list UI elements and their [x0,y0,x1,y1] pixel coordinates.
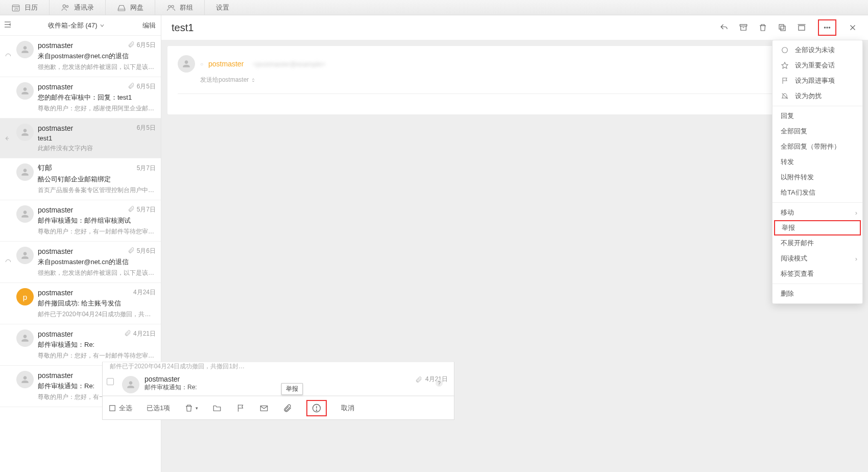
mail-date: 4月24日 [133,288,156,297]
menu-read-mode[interactable]: 阅读模式› [773,251,862,266]
mail-sender: postmaster [38,83,73,91]
attachment-icon [128,205,135,214]
menu-forward[interactable]: 转发 [773,154,862,170]
mail-preview: 尊敬的用户：您好，有一封邮件等待您审核。 [38,227,156,236]
menu-no-expand[interactable]: 不展开邮件 [773,235,862,251]
menu-reply[interactable]: 回复 [773,108,862,124]
nav-calendar[interactable]: 25 日历 [0,0,50,15]
from-address-blurred: <postmaster@example> [253,60,325,68]
nav-disk[interactable]: 网盘 [106,0,155,15]
svg-point-17 [824,27,825,28]
mail-item[interactable]: ppostmaster4月24日邮件撤回成功: 给主账号发信邮件已于2020年0… [0,283,161,324]
attachment-icon [128,41,135,50]
svg-point-19 [829,27,830,28]
fullscreen-icon[interactable] [797,22,807,33]
svg-rect-11 [740,25,747,26]
menu-write-to[interactable]: 给TA们发信 [773,185,862,200]
overlay-mail-row[interactable]: postmaster 邮件审核通知：Re: 4月21日 [103,372,454,396]
avatar [16,163,34,181]
mail-sender: 钉邮 [38,163,52,173]
toolbar-flag-icon[interactable] [236,404,245,413]
mail-preview: 首页产品服务备案专区管理控制台用户中心帮助… [38,186,156,195]
mail-subject: 您的邮件在审核中：回复：test1 [38,93,156,102]
mail-item[interactable]: postmaster5月6日来自postmaster@net.cn的退信很抱歉，… [0,242,161,283]
mail-date: 6月5日 [137,82,156,91]
toolbar-report-button[interactable] [306,400,327,416]
mail-preview: 很抱歉，您发送的邮件被退回，以下是该邮件的… [38,269,156,277]
reply-icon[interactable] [719,22,729,33]
cancel-button[interactable]: 取消 [341,404,354,413]
mail-item[interactable]: postmaster6月5日来自postmaster@net.cn的退信很抱歉，… [0,36,161,77]
mail-subject: 邮件审核通知：邮件组审核测试 [38,216,156,225]
menu-delete[interactable]: 删除 [773,286,862,301]
reader-subject: test1 [172,22,719,34]
mail-sender: postmaster [38,41,73,50]
menu-mark-important[interactable]: 设为重要会话 [773,58,862,73]
mail-status-icon [4,247,12,277]
recipients-row[interactable]: 发送给postmaster [200,76,852,84]
mail-sender: postmaster [38,289,73,297]
more-button[interactable] [818,19,836,36]
close-icon[interactable] [848,22,858,33]
nav-contacts[interactable]: 通讯录 [50,0,106,15]
svg-rect-5 [118,9,125,11]
mail-preview: 邮件已于2020年04月24日成功撤回，共撤回1封… [38,310,156,319]
folder-title[interactable]: 收件箱-全部 (47) [15,21,137,30]
mail-from-row: ○ postmaster <postmaster@example> [178,55,852,73]
nav-contacts-label: 通讯录 [74,3,94,12]
menu-report[interactable]: 举报 [774,220,861,235]
mail-subject: test1 [38,134,156,142]
toolbar-folder-icon[interactable] [212,404,222,413]
menu-move[interactable]: 移动› [773,205,862,220]
chevron-updown-icon [251,78,256,83]
svg-text:25: 25 [14,7,18,10]
mail-item[interactable]: 钉邮5月7日酷公司钉邮企业邮箱绑定首页产品服务备案专区管理控制台用户中心帮助… [0,158,161,200]
selection-overlay: 邮件已于2020年04月24日成功撤回，共撤回1封… postmaster 邮件… [102,362,454,420]
overlay-subject: 邮件审核通知：Re: [144,383,415,392]
toolbar-mail-icon[interactable] [259,404,269,413]
mail-item[interactable]: postmaster6月5日test1此邮件没有文字内容 [0,119,161,158]
hamburger-icon[interactable] [0,21,15,30]
trash-icon[interactable] [758,22,768,33]
menu-forward-attach[interactable]: 以附件转发 [773,170,862,185]
menu-reply-all[interactable]: 全部回复 [773,124,862,139]
menu-open-tab[interactable]: 标签页查看 [773,266,862,281]
avatar [16,371,34,388]
archive-icon[interactable] [738,22,749,33]
mail-status-icon [4,205,12,236]
report-tooltip: 举报 [281,383,303,395]
checkbox[interactable] [107,378,114,385]
mail-item[interactable]: postmaster4月21日邮件审核通知：Re:尊敬的用户：您好，有一封邮件等… [0,324,161,366]
mail-item[interactable]: postmaster5月7日邮件审核通知：邮件组审核测试尊敬的用户：您好，有一封… [0,200,161,242]
more-dropdown-menu: 全部设为未读 设为重要会话 设为跟进事项 设为勿扰 回复 全部回复 全部回复（带… [772,40,863,304]
menu-mark-dnd[interactable]: 设为勿扰 [773,88,862,104]
attachment-icon [128,82,135,91]
nav-groups[interactable]: 群组 [155,0,205,15]
avatar [122,376,139,393]
mail-item[interactable]: postmaster6月5日您的邮件在审核中：回复：test1尊敬的用户：您好，… [0,77,161,119]
svg-rect-26 [110,405,115,411]
mail-subject: 来自postmaster@net.cn的退信 [38,52,156,61]
menu-mark-unread[interactable]: 全部设为未读 [773,42,862,58]
avatar [16,205,34,223]
select-all-button[interactable]: 全选 [108,404,132,413]
menu-reply-all-attach[interactable]: 全部回复（带附件） [773,139,862,154]
copy-icon[interactable] [777,22,787,33]
reader-actions [719,19,858,36]
svg-point-4 [66,5,68,7]
mail-card: ○ postmaster <postmaster@example> 发送给pos… [167,46,862,114]
avatar: p [16,288,34,305]
svg-point-31 [317,410,317,410]
svg-rect-13 [781,26,785,31]
svg-point-7 [172,5,174,8]
nav-disk-label: 网盘 [130,3,143,12]
more-icon [822,22,832,33]
mail-date: 5月6日 [137,247,156,255]
toolbar-attachment-icon[interactable] [283,404,292,413]
toolbar-trash-icon[interactable]: ▾ [184,404,198,413]
mail-date: 6月5日 [137,41,156,50]
mail-preview: 尊敬的用户：您好，有一封邮件等待您审核。 [38,351,156,360]
nav-settings[interactable]: 设置 [205,3,240,12]
edit-button[interactable]: 编辑 [137,21,161,30]
menu-mark-followup[interactable]: 设为跟进事项 [773,73,862,88]
